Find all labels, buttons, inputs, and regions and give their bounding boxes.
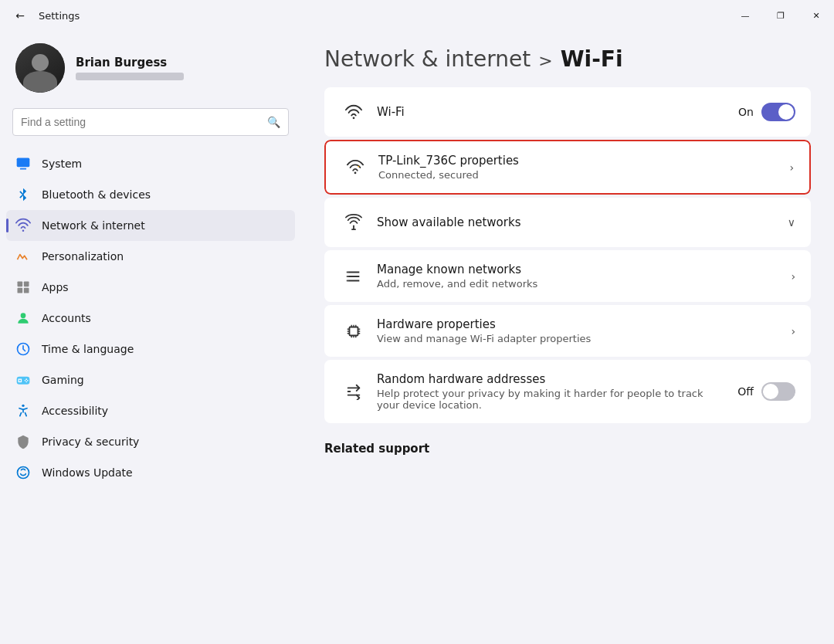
svg-point-13 [25,381,27,383]
tp-link-row[interactable]: TP-Link_736C properties Connected, secur… [324,140,811,195]
random-hw-toggle[interactable] [761,382,795,401]
svg-rect-6 [24,288,29,293]
sidebar-item-gaming[interactable]: Gaming [6,364,295,395]
breadcrumb-separator: > [538,51,552,70]
network-icon [15,218,31,233]
hardware-props-chevron: › [791,325,795,337]
wifi-toggle-row[interactable]: Wi-Fi On [324,87,811,137]
titlebar: ← Settings — ❐ ✕ [0,0,834,31]
sidebar-item-update-label: Windows Update [42,466,133,479]
random-hw-status: Off [737,385,754,398]
page-header: Network & internet > Wi-Fi [324,46,811,72]
svg-point-16 [22,405,24,407]
update-icon [15,465,31,480]
sidebar-nav: System Bluetooth & devices [0,148,301,488]
sidebar-item-network-label: Network & internet [42,219,145,232]
sidebar-item-system[interactable]: System [6,148,295,179]
show-networks-row[interactable]: Show available networks ∨ [324,198,811,247]
related-support: Related support [324,436,811,459]
sidebar-item-apps[interactable]: Apps [6,272,295,303]
sidebar-item-apps-label: Apps [42,281,69,293]
minimize-button[interactable]: — [727,3,763,28]
avatar-image [15,43,65,93]
svg-rect-1 [20,168,26,170]
avatar [15,43,65,93]
manage-networks-right: › [791,270,795,283]
back-button[interactable]: ← [9,5,31,26]
personalization-icon [15,249,31,264]
sidebar-item-bluetooth[interactable]: Bluetooth & devices [6,179,295,210]
sidebar-item-time[interactable]: Time & language [6,334,295,364]
tp-link-chevron: › [789,161,794,174]
content-area: Network & internet > Wi-Fi Wi-Fi [301,31,834,644]
profile-info: Brian Burgess [76,56,184,80]
sidebar-item-bluetooth-label: Bluetooth & devices [42,188,151,201]
user-profile: Brian Burgess [0,31,301,108]
svg-point-14 [25,380,26,381]
manage-networks-title: Manage known networks [377,263,781,276]
svg-rect-25 [347,271,348,273]
sidebar-item-privacy-label: Privacy & security [42,436,139,448]
time-icon [15,341,31,357]
wifi-toggle-text: Wi-Fi [368,105,738,119]
wifi-toggle-card: Wi-Fi On [324,87,811,137]
sidebar-item-accounts[interactable]: Accounts [6,303,295,334]
random-hw-title: Random hardware addresses [377,372,728,386]
sidebar-item-system-label: System [42,158,82,170]
titlebar-left: ← Settings [9,5,80,26]
tp-link-right: › [789,161,794,174]
wifi-toggle[interactable] [761,103,795,121]
svg-rect-4 [24,282,29,287]
tp-link-subtitle: Connected, secured [378,169,780,181]
random-hw-row[interactable]: Random hardware addresses Help protect y… [324,360,811,423]
hardware-props-card: Hardware properties View and manage Wi-F… [324,305,811,357]
gaming-icon [15,372,31,388]
wifi-connected-icon [341,159,369,176]
sidebar-item-privacy[interactable]: Privacy & security [6,426,295,457]
show-networks-right: ∨ [788,216,795,229]
page-title: Wi-Fi [561,46,623,72]
list-icon [340,268,368,285]
tp-link-text: TP-Link_736C properties Connected, secur… [369,154,789,181]
svg-rect-3 [18,282,23,287]
sidebar-item-network[interactable]: Network & internet [6,210,295,241]
sidebar-item-time-label: Time & language [42,343,134,355]
privacy-icon [15,434,31,449]
random-hw-text: Random hardware addresses Help protect y… [368,372,737,411]
svg-rect-28 [350,327,358,335]
sidebar-item-gaming-label: Gaming [42,374,84,386]
sidebar-item-personalization[interactable]: Personalization [6,241,295,272]
random-hw-card: Random hardware addresses Help protect y… [324,360,811,423]
sidebar-item-accounts-label: Accounts [42,312,91,324]
close-button[interactable]: ✕ [798,3,834,28]
svg-rect-5 [18,288,23,293]
svg-rect-0 [17,158,30,168]
bluetooth-icon [15,187,31,202]
restore-button[interactable]: ❐ [763,3,798,28]
search-container: 🔍 [0,108,301,148]
breadcrumb-parent: Network & internet [324,46,531,72]
tp-link-card: TP-Link_736C properties Connected, secur… [324,140,811,195]
sidebar-item-accessibility[interactable]: Accessibility [6,395,295,426]
shuffle-icon [340,383,368,400]
search-box: 🔍 [12,108,289,136]
wifi-toggle-title: Wi-Fi [377,105,729,119]
sidebar-item-update[interactable]: Windows Update [6,457,295,488]
svg-rect-26 [347,276,348,277]
show-networks-title: Show available networks [377,215,778,229]
search-icon: 🔍 [267,116,280,128]
wifi-toggle-right: On [738,103,795,121]
app-title: Settings [39,10,80,22]
apps-icon [15,280,31,295]
hardware-props-row[interactable]: Hardware properties View and manage Wi-F… [324,305,811,357]
window-controls: — ❐ ✕ [727,3,834,28]
manage-networks-subtitle: Add, remove, and edit networks [377,278,781,290]
wifi-icon [340,103,368,120]
system-icon [15,156,31,171]
wifi-status: On [738,106,754,118]
manage-networks-row[interactable]: Manage known networks Add, remove, and e… [324,250,811,302]
search-input[interactable] [21,116,261,128]
sidebar-item-accessibility-label: Accessibility [42,405,108,417]
tp-link-title: TP-Link_736C properties [378,154,780,168]
chip-icon [340,323,368,340]
